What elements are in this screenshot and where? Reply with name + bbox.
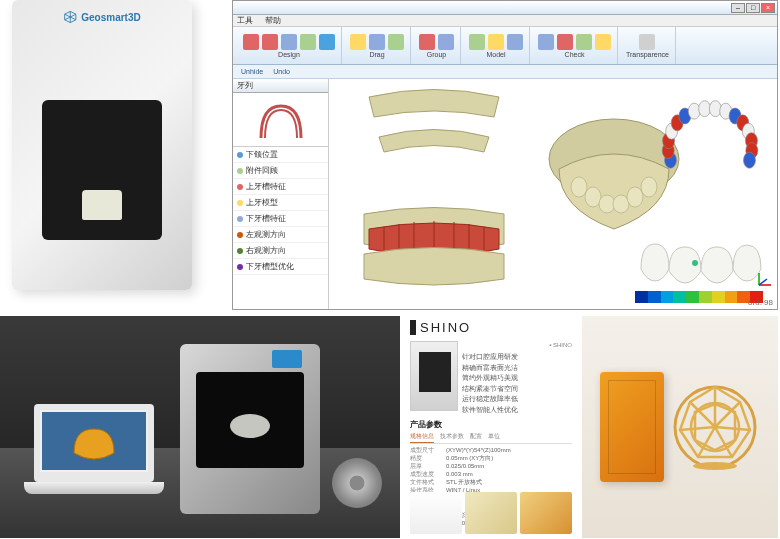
- tree-item[interactable]: 下牙槽型优化: [233, 259, 328, 275]
- laptop-app-view: [42, 412, 146, 470]
- tool-icon[interactable]: [639, 34, 655, 50]
- spec-label: 文件格式: [410, 478, 446, 486]
- spec-value: 0.05mm (XY方向): [446, 454, 493, 462]
- tree-bullet-icon: [237, 264, 243, 270]
- shino-tab[interactable]: 配置: [470, 431, 482, 443]
- minimize-button[interactable]: –: [731, 3, 745, 13]
- svg-point-9: [585, 187, 601, 207]
- shino-title: SHINO: [410, 320, 572, 335]
- tree-item[interactable]: 下牙槽特征: [233, 211, 328, 227]
- tool-icon[interactable]: [319, 34, 335, 50]
- toolbar-group-drag: Drag: [344, 27, 411, 64]
- shino-device-image: [410, 341, 458, 411]
- tool-icon[interactable]: [595, 34, 611, 50]
- tree-bullet-icon: [237, 152, 243, 158]
- tool-icon[interactable]: [438, 34, 454, 50]
- tool-icon[interactable]: [538, 34, 554, 50]
- tree-item-label: 附件回顾: [246, 165, 278, 176]
- tool-icon[interactable]: [469, 34, 485, 50]
- tool-icon[interactable]: [262, 34, 278, 50]
- color-segment: [648, 291, 661, 303]
- undo-button[interactable]: Undo: [273, 68, 290, 75]
- tool-icon[interactable]: [507, 34, 523, 50]
- tool-icon[interactable]: [281, 34, 297, 50]
- printer-chamber: [196, 372, 304, 468]
- color-segment: [635, 291, 648, 303]
- scanner-device-photo: Geosmart3D: [12, 0, 222, 310]
- tree-item[interactable]: 左观测方向: [233, 227, 328, 243]
- upper-jaw-model: [349, 87, 519, 157]
- status-text: ord: 98: [748, 298, 773, 307]
- svg-point-37: [693, 462, 737, 470]
- shino-spec-tabs: 规格信息技术参数配置单位: [410, 431, 572, 444]
- tree-item[interactable]: 右观测方向: [233, 243, 328, 259]
- menu-tools[interactable]: 工具: [237, 15, 253, 26]
- color-segment: [712, 291, 725, 303]
- menu-help[interactable]: 帮助: [265, 15, 281, 26]
- spec-label: 精度: [410, 454, 446, 462]
- toolbar-group-label: Check: [565, 51, 585, 58]
- tree-item[interactable]: 上牙模型: [233, 195, 328, 211]
- tree-bullet-icon: [237, 200, 243, 206]
- arch-preview: [233, 93, 328, 147]
- close-button[interactable]: ×: [761, 3, 775, 13]
- svg-point-20: [688, 103, 700, 119]
- color-segment: [661, 291, 674, 303]
- shino-tab[interactable]: 规格信息: [410, 431, 434, 443]
- sample-dental-arch: [465, 492, 517, 534]
- spec-value: 0.003 mm: [446, 470, 473, 478]
- shino-tab[interactable]: 单位: [488, 431, 500, 443]
- tool-icon[interactable]: [350, 34, 366, 50]
- color-scale-legend: [635, 291, 763, 303]
- shino-spec-row: 层厚0.025/0.05mm: [410, 462, 572, 470]
- tool-icon[interactable]: [388, 34, 404, 50]
- sub-toolbar: Unhide Undo: [233, 65, 777, 79]
- shino-spec-row: 成型尺寸(XYW)*(Y)54*(Z)100mm: [410, 446, 572, 454]
- shino-spec-row: 文件格式STL 开放格式: [410, 478, 572, 486]
- tool-icon[interactable]: [557, 34, 573, 50]
- spec-label: 成型速度: [410, 470, 446, 478]
- shino-tab[interactable]: 技术参数: [440, 431, 464, 443]
- tree-item-label: 上牙槽特征: [246, 181, 286, 192]
- svg-point-30: [692, 260, 698, 266]
- shino-feature-item: 软件智能人性优化: [462, 405, 572, 416]
- color-segment: [699, 291, 712, 303]
- svg-point-11: [613, 195, 629, 213]
- tree-item[interactable]: 附件回顾: [233, 163, 328, 179]
- tree-item-label: 下牙槽型优化: [246, 261, 294, 272]
- maximize-button[interactable]: □: [746, 3, 760, 13]
- color-segment: [725, 291, 738, 303]
- tool-icon[interactable]: [369, 34, 385, 50]
- tooth-selection-diagram[interactable]: [655, 87, 765, 197]
- shino-feature-item: 结构紧凑节省空间: [462, 384, 572, 395]
- tool-icon[interactable]: [576, 34, 592, 50]
- shino-feature-item: 运行稳定故障率低: [462, 394, 572, 405]
- tool-icon[interactable]: [419, 34, 435, 50]
- tree-item-label: 下牙槽特征: [246, 213, 286, 224]
- color-segment: [673, 291, 686, 303]
- lower-jaw-model: [349, 199, 519, 289]
- toolbar-group-label: Design: [278, 51, 300, 58]
- dental-sample: [82, 190, 122, 220]
- tree-item[interactable]: 上牙槽特征: [233, 179, 328, 195]
- left-panel: 牙列 下颌位置附件回顾上牙槽特征上牙模型下牙槽特征左观测方向右观测方向下牙槽型优…: [233, 79, 329, 309]
- 3d-viewport[interactable]: ord: 98: [329, 79, 777, 309]
- tree-item-label: 右观测方向: [246, 245, 286, 256]
- shino-feature-item: 简约外观精巧美观: [462, 373, 572, 384]
- unhide-button[interactable]: Unhide: [241, 68, 263, 75]
- tool-icon[interactable]: [488, 34, 504, 50]
- shino-sample-images: [410, 492, 572, 534]
- printer-setup-photo: [0, 316, 400, 538]
- lattice-sphere: [670, 382, 760, 472]
- spec-value: STL 开放格式: [446, 478, 482, 486]
- tree-item-label: 上牙模型: [246, 197, 278, 208]
- tool-icon[interactable]: [243, 34, 259, 50]
- tool-icon[interactable]: [300, 34, 316, 50]
- dental-cad-window: – □ × 工具 帮助 DesignDragGroupModelCheckTra…: [232, 0, 778, 310]
- laptop-keyboard: [24, 482, 164, 494]
- filament-spool: [332, 458, 382, 508]
- svg-point-21: [699, 101, 711, 117]
- axis-gizmo[interactable]: [755, 271, 773, 289]
- svg-line-33: [759, 279, 767, 285]
- tree-item[interactable]: 下颌位置: [233, 147, 328, 163]
